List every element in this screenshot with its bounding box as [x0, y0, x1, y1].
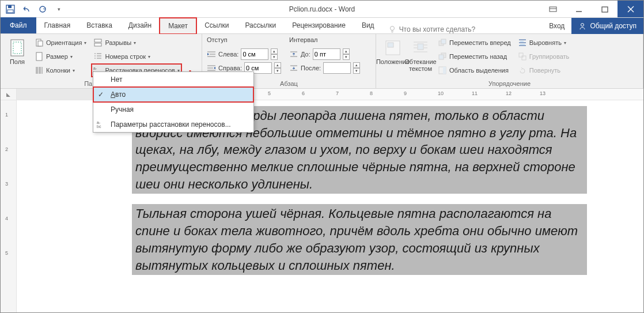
tab-mailings[interactable]: Рассылки — [237, 17, 284, 33]
title-bar: ▾ Pclion.ru.docx - Word — [1, 1, 643, 18]
close-icon[interactable] — [618, 1, 643, 17]
svg-rect-2 — [7, 10, 13, 13]
vruler-tick: 2 — [5, 146, 8, 152]
tab-home[interactable]: Главная — [36, 17, 79, 33]
align-icon — [518, 38, 527, 47]
ruler-tick: 8 — [370, 90, 373, 96]
tab-file[interactable]: Файл — [1, 17, 36, 33]
spacing-after-spinner[interactable]: ▴▾ — [353, 62, 360, 74]
svg-rect-15 — [41, 67, 43, 74]
hyphen-manual[interactable]: Ручная — [93, 102, 253, 117]
svg-point-6 — [390, 27, 394, 31]
indent-left-spinner[interactable]: ▴▾ — [271, 48, 278, 60]
orientation-button[interactable]: Ориентация ▾ — [33, 36, 88, 49]
svg-rect-17 — [94, 43, 101, 46]
svg-rect-16 — [94, 39, 101, 42]
vruler-tick: 1 — [5, 112, 8, 118]
spacing-before-input[interactable] — [313, 48, 340, 60]
ruler-vertical[interactable]: 12345 — [1, 100, 17, 313]
signin-link[interactable]: Вход — [542, 22, 571, 30]
svg-rect-12 — [36, 52, 42, 61]
svg-rect-28 — [443, 67, 446, 74]
tab-references[interactable]: Ссылки — [196, 17, 237, 33]
tab-layout[interactable]: Макет — [160, 18, 196, 34]
paragraph-2[interactable]: Тыльная сторона ушей чёрная. Кольцевые п… — [132, 204, 587, 275]
share-button[interactable]: Общий доступ — [571, 18, 643, 34]
svg-rect-11 — [38, 41, 43, 46]
spacing-before-spinner[interactable]: ▴▾ — [343, 48, 350, 60]
svg-rect-26 — [439, 55, 444, 59]
spacing-before-icon — [289, 50, 298, 58]
spacing-after-row: После: ▴▾ — [289, 62, 360, 74]
vruler-tick: 5 — [5, 250, 8, 256]
save-icon[interactable] — [5, 4, 16, 14]
wrap-text-icon — [411, 39, 430, 57]
svg-rect-1 — [8, 5, 12, 8]
tell-me-placeholder: Что вы хотите сделать? — [399, 25, 476, 33]
size-button[interactable]: Размер ▾ — [33, 50, 88, 63]
svg-rect-5 — [602, 7, 608, 12]
minimize-icon[interactable] — [566, 1, 592, 17]
align-button[interactable]: Выровнять ▾ — [516, 36, 571, 49]
undo-icon[interactable] — [21, 4, 32, 14]
ruler-tick: 12 — [506, 90, 512, 96]
send-backward-button: Переместить назад — [436, 50, 513, 63]
ruler-tick: 10 — [438, 90, 444, 96]
qat-dropdown-icon[interactable]: ▾ — [54, 4, 64, 14]
bring-forward-button: Переместить вперед — [436, 36, 513, 49]
spacing-heading: Интервал — [289, 36, 360, 47]
indent-right-icon — [207, 64, 216, 72]
hyphenation-menu: Нет ✓ Авто Ручная a-bc Параметры расстан… — [93, 71, 254, 133]
hyphen-none[interactable]: Нет — [93, 72, 253, 87]
group-icon — [518, 52, 527, 61]
tab-view[interactable]: Вид — [354, 17, 382, 33]
maximize-icon[interactable] — [592, 1, 618, 17]
rotate-button: Повернуть — [516, 64, 571, 77]
ribbon-tabs: Файл Главная Вставка Дизайн Макет Ссылки… — [1, 18, 643, 34]
check-icon: ✓ — [98, 90, 104, 99]
indent-left-row: Слева: ▴▾ — [207, 48, 281, 61]
tab-insert[interactable]: Вставка — [78, 17, 120, 33]
line-numbers-button[interactable]: Номера строк ▾ — [92, 50, 181, 63]
ruler-corner[interactable]: ◣ — [1, 89, 17, 100]
margins-button[interactable]: Поля — [5, 36, 29, 87]
ribbon-display-icon[interactable] — [540, 1, 566, 17]
columns-button[interactable]: Колонки ▾ — [33, 64, 88, 77]
redo-icon[interactable] — [37, 4, 48, 14]
svg-rect-22 — [418, 44, 423, 50]
size-icon — [35, 52, 44, 61]
tab-review[interactable]: Рецензирование — [284, 17, 354, 33]
hyphen-auto[interactable]: ✓ Авто — [93, 87, 253, 102]
tab-design[interactable]: Дизайн — [120, 17, 160, 33]
indent-right-spinner[interactable]: ▴▾ — [274, 62, 281, 74]
group-button: Группировать — [516, 50, 571, 63]
window-controls — [540, 1, 643, 17]
svg-text:a-: a- — [93, 66, 97, 70]
indent-left-icon — [207, 50, 216, 58]
indent-left-input[interactable] — [241, 48, 268, 60]
share-icon — [578, 22, 586, 30]
svg-rect-14 — [39, 67, 41, 74]
group-label-arrange: Упорядочение — [376, 80, 643, 87]
svg-point-7 — [581, 24, 584, 27]
position-icon — [384, 39, 402, 57]
line-numbers-icon — [93, 52, 103, 61]
vruler-tick: 3 — [5, 181, 8, 187]
tell-me-search[interactable]: Что вы хотите сделать? — [388, 25, 476, 33]
svg-text:a-: a- — [97, 120, 101, 125]
margins-icon — [8, 39, 26, 57]
ruler-tick: 7 — [336, 90, 339, 96]
group-arrange: Положение Обтекание текстом Переместить … — [376, 34, 643, 88]
indent-heading: Отступ — [207, 36, 281, 47]
ruler-tick: 6 — [302, 90, 305, 96]
lightbulb-icon — [388, 25, 396, 33]
svg-rect-29 — [520, 41, 524, 42]
spacing-after-input[interactable] — [323, 62, 351, 74]
bring-forward-icon — [438, 38, 447, 47]
breaks-button[interactable]: Разрывы ▾ — [92, 36, 181, 49]
vruler-tick: 4 — [5, 216, 8, 221]
hyphen-options[interactable]: a-bc Параметры расстановки переносов... — [93, 117, 253, 132]
svg-rect-31 — [519, 53, 523, 57]
breaks-icon — [93, 38, 103, 47]
columns-icon — [35, 66, 44, 75]
